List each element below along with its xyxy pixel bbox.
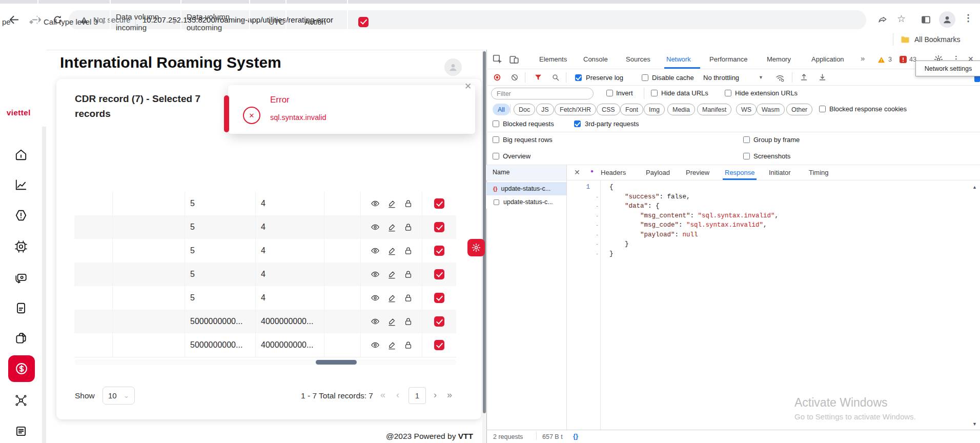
third-party-requests-label[interactable]: 3rd-party requests — [585, 120, 639, 128]
view-icon[interactable] — [371, 317, 380, 326]
table-hscrollbar-track[interactable] — [74, 359, 456, 365]
lock-icon[interactable] — [404, 223, 413, 232]
view-icon[interactable] — [371, 293, 380, 303]
tab-sources[interactable]: Sources — [626, 55, 650, 63]
sidebar-list-icon[interactable] — [14, 425, 28, 438]
scroll-down-icon[interactable]: ▼ — [972, 421, 977, 427]
fold-marker[interactable]: - — [592, 222, 602, 228]
sidebar-home-icon[interactable] — [14, 148, 28, 162]
blocked-requests-label[interactable]: Blocked requests — [503, 120, 554, 128]
share-icon[interactable] — [877, 14, 888, 25]
fold-marker[interactable]: - — [592, 241, 602, 247]
column-header[interactable]: Data volumn outcoming — [181, 0, 250, 44]
tab-console[interactable]: Console — [583, 55, 608, 63]
lock-icon[interactable] — [404, 270, 413, 279]
column-header[interactable]: Call type level 3 — [38, 0, 111, 44]
edit-icon[interactable] — [387, 247, 396, 255]
row-checkbox[interactable] — [434, 269, 444, 279]
preserve-log-checkbox[interactable] — [575, 74, 582, 81]
screenshots-label[interactable]: Screenshots — [753, 152, 790, 160]
row-checkbox[interactable] — [434, 340, 444, 350]
sort-icon[interactable] — [172, 18, 177, 26]
sidebar-chart-icon[interactable] — [14, 178, 28, 191]
column-header[interactable]: UTC — [250, 0, 287, 44]
scroll-up-icon[interactable]: ▲ — [972, 185, 977, 190]
fold-marker[interactable]: - — [592, 251, 602, 257]
invert-label[interactable]: Invert — [616, 89, 633, 97]
profile-avatar[interactable] — [939, 11, 955, 28]
group-by-frame-label[interactable]: Group by frame — [753, 136, 800, 144]
panel-tab-payload[interactable]: Payload — [646, 169, 670, 176]
app-avatar[interactable] — [444, 58, 462, 76]
request-row-selected[interactable]: {} update-status-c... — [486, 182, 566, 195]
view-icon[interactable] — [371, 199, 380, 208]
sidebar-billing-item-active[interactable] — [8, 355, 35, 382]
disable-cache-checkbox[interactable] — [642, 74, 648, 81]
tab-network[interactable]: Network — [666, 55, 691, 63]
more-tabs-icon[interactable]: » — [861, 54, 865, 63]
big-request-rows-label[interactable]: Big request rows — [503, 136, 553, 144]
close-icon[interactable]: ✕ — [464, 81, 472, 92]
disable-cache-label[interactable]: Disable cache — [652, 74, 694, 82]
lock-icon[interactable] — [404, 199, 413, 208]
hide-data-urls-label[interactable]: Hide data URLs — [661, 89, 708, 97]
tab-memory[interactable]: Memory — [767, 55, 791, 63]
blocked-requests-checkbox[interactable] — [493, 120, 499, 127]
hide-extension-urls-label[interactable]: Hide extension URLs — [735, 89, 798, 97]
warnings-count[interactable]: 3 — [888, 56, 892, 63]
import-har-icon[interactable] — [800, 73, 808, 82]
tab-performance[interactable]: Performance — [709, 55, 747, 63]
view-icon[interactable] — [371, 246, 380, 255]
edit-icon[interactable] — [387, 199, 396, 208]
panel-tab-timing[interactable]: Timing — [809, 169, 829, 176]
folder-icon[interactable] — [900, 34, 910, 45]
fold-marker[interactable]: - — [592, 194, 602, 200]
lock-icon[interactable] — [404, 317, 413, 326]
tab-elements[interactable]: Elements — [539, 55, 567, 63]
chip-manifest[interactable]: Manifest — [697, 104, 731, 115]
chip-doc[interactable]: Doc — [514, 104, 535, 115]
response-code[interactable]: 1{ -"success": false, -"data": { -"msg_c… — [566, 183, 971, 258]
next-page-button[interactable]: › — [434, 390, 437, 400]
chip-ws[interactable]: WS — [736, 104, 757, 115]
filter-funnel-icon[interactable] — [534, 73, 542, 82]
lock-icon[interactable] — [404, 294, 413, 303]
network-filter-input[interactable] — [491, 88, 594, 99]
row-checkbox[interactable] — [434, 246, 444, 256]
prev-page-button[interactable]: ‹ — [396, 390, 399, 400]
close-request-icon[interactable]: ✕ — [574, 168, 580, 176]
chip-fetch-xhr[interactable]: Fetch/XHR — [555, 104, 596, 115]
format-braces-icon[interactable]: {} — [573, 432, 578, 440]
request-row[interactable]: update-status-c... — [486, 195, 566, 209]
settings-fab[interactable] — [467, 239, 485, 256]
inspect-element-icon[interactable] — [492, 54, 503, 65]
edit-icon[interactable] — [387, 223, 396, 232]
panel-tab-response[interactable]: Response — [725, 169, 755, 176]
table-hscrollbar-thumb[interactable] — [316, 360, 357, 365]
page-number-button[interactable]: 1 — [409, 387, 426, 404]
edit-icon[interactable] — [387, 270, 396, 279]
chip-wasm[interactable]: Wasm — [757, 104, 785, 115]
throttling-dropdown-icon[interactable]: ▼ — [759, 75, 763, 80]
overview-label[interactable]: Overview — [503, 152, 530, 160]
first-page-button[interactable]: « — [380, 390, 385, 400]
network-conditions-icon[interactable] — [775, 73, 785, 83]
record-icon[interactable] — [493, 73, 501, 82]
edit-icon[interactable] — [387, 294, 396, 303]
sidebar-refresh-message-icon[interactable] — [14, 271, 28, 285]
row-checkbox[interactable] — [434, 316, 444, 327]
blocked-response-cookies-label[interactable]: Blocked response cookies — [829, 105, 907, 113]
throttling-select[interactable]: No throttling — [703, 74, 739, 82]
page-size-select[interactable]: 10 ⌄ — [103, 387, 135, 405]
panel-tab-initiator[interactable]: Initiator — [769, 169, 791, 176]
row-checkbox[interactable] — [434, 293, 444, 303]
view-icon[interactable] — [371, 270, 380, 279]
edit-icon[interactable] — [387, 317, 396, 326]
hide-data-urls-checkbox[interactable] — [651, 90, 658, 96]
third-party-requests-checkbox[interactable] — [574, 120, 581, 127]
tab-application[interactable]: Application — [811, 55, 844, 63]
warnings-icon[interactable] — [877, 56, 885, 64]
sort-icon[interactable] — [29, 18, 34, 26]
device-toolbar-icon[interactable] — [508, 54, 520, 65]
chip-font[interactable]: Font — [620, 104, 643, 115]
